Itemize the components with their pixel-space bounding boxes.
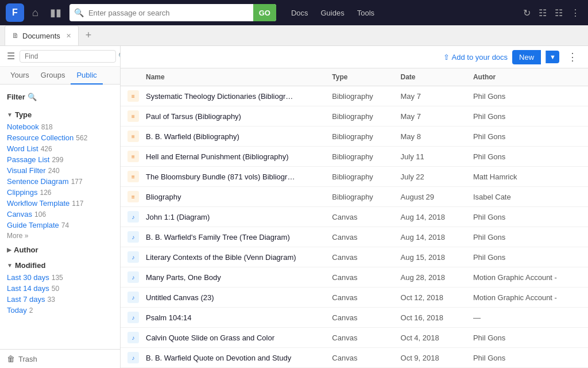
refresh-icon[interactable]: ↻: [521, 5, 533, 21]
filter-search-icon[interactable]: 🔍: [28, 93, 37, 101]
row-icon-cell: ♪: [121, 328, 139, 348]
sidebar-menu-icon[interactable]: ☰: [5, 49, 17, 63]
guides-link[interactable]: Guides: [315, 6, 350, 20]
docs-link[interactable]: Docs: [285, 6, 314, 20]
doc-type-icon: ♪: [127, 292, 139, 303]
table-row[interactable]: ≡ Systematic Theology Dictionaries (Bibl…: [121, 86, 588, 106]
table-row[interactable]: ≡ Hell and Eternal Punishment (Bibliogra…: [121, 147, 588, 167]
sidebar-item-last7[interactable]: Last 7 days 33: [0, 294, 120, 305]
doc-name[interactable]: B. B. Warfield (Bibliography): [139, 126, 325, 147]
grid-icon[interactable]: ☷: [536, 5, 549, 21]
sidebar-item-visual-filter[interactable]: Visual Filter 240: [0, 165, 120, 176]
share-icon[interactable]: ☷: [552, 5, 565, 21]
doc-type: Canvas: [325, 207, 393, 227]
table-row[interactable]: ♪ John 1:1 (Diagram) Canvas Aug 14, 2018…: [121, 207, 588, 227]
tab-close-button[interactable]: ✕: [66, 32, 71, 40]
doc-author: Motion Graphic Account -: [466, 288, 588, 308]
sidebar-item-guide-template[interactable]: Guide Template 74: [0, 220, 120, 231]
doc-name[interactable]: Psalm 104:14: [139, 308, 325, 328]
new-button[interactable]: New: [512, 50, 541, 64]
doc-date: Oct 4, 2018: [394, 328, 466, 348]
table-row[interactable]: ≡ B. B. Warfield (Bibliography) Bibliogr…: [121, 126, 588, 147]
app-logo[interactable]: F: [6, 3, 24, 22]
new-dropdown-button[interactable]: ▼: [546, 51, 559, 63]
add-to-docs-button[interactable]: ⇧ Add to your docs: [443, 53, 508, 62]
doc-name[interactable]: The Bloomsbury Bundle (871 vols) Bibliog…: [139, 167, 325, 187]
sidebar-item-word-list[interactable]: Word List 426: [0, 143, 120, 154]
doc-type: Bibliography: [325, 106, 393, 126]
sidebar-item-last30[interactable]: Last 30 days 135: [0, 272, 120, 283]
doc-name[interactable]: John 1:1 (Diagram): [139, 207, 325, 227]
sidebar-toolbar: ☰ 🔍: [0, 46, 120, 67]
doc-name[interactable]: Systematic Theology Dictionaries (Biblio…: [139, 86, 325, 106]
documents-tab[interactable]: 🗎 Documents ✕: [5, 25, 79, 45]
doc-author: Phil Gons: [466, 126, 588, 147]
doc-name[interactable]: Bliography: [139, 187, 325, 207]
home-icon[interactable]: ⌂: [29, 5, 42, 21]
sidebar-item-last14[interactable]: Last 14 days 50: [0, 283, 120, 294]
table-row[interactable]: ♪ Untitled Canvas (23) Canvas Oct 12, 20…: [121, 288, 588, 308]
upload-icon: ⇧: [443, 53, 450, 62]
col-author[interactable]: Author: [466, 68, 588, 86]
doc-name[interactable]: B. B. Warfield's Family Tree (Tree Diagr…: [139, 227, 325, 247]
library-icon[interactable]: ▮▮: [47, 4, 65, 21]
doc-name[interactable]: Paul of Tarsus (Bibliography): [139, 106, 325, 126]
table-row[interactable]: ♪ Many Parts, One Body Canvas Aug 28, 20…: [121, 267, 588, 288]
tab-label: Documents: [22, 32, 60, 40]
sidebar-item-resource-collection[interactable]: Resource Collection 562: [0, 132, 120, 143]
doc-date: Aug 28, 2018: [394, 267, 466, 288]
sidebar-item-sentence-diagram[interactable]: Sentence Diagram 177: [0, 176, 120, 187]
doc-name[interactable]: Hell and Eternal Punishment (Bibliograph…: [139, 147, 325, 167]
author-section-header[interactable]: ▶ Author: [0, 243, 120, 256]
table-row[interactable]: ≡ Paul of Tarsus (Bibliography) Bibliogr…: [121, 106, 588, 126]
doc-author: Phil Gons: [466, 86, 588, 106]
table-row[interactable]: ♪ Calvin Quote Slide on Grass and Color …: [121, 328, 588, 348]
table-row[interactable]: ≡ The Bloomsbury Bundle (871 vols) Bibli…: [121, 167, 588, 187]
doc-name[interactable]: Many Parts, One Body: [139, 267, 325, 288]
table-row[interactable]: ♪ B. B. Warfield's Family Tree (Tree Dia…: [121, 227, 588, 247]
sidebar-search-input[interactable]: [20, 50, 116, 63]
yours-tab[interactable]: Yours: [5, 67, 35, 85]
col-type[interactable]: Type: [325, 68, 393, 86]
row-icon-cell: ≡: [121, 167, 139, 187]
type-section-header[interactable]: ▼ Type: [0, 108, 120, 121]
sidebar-item-notebook[interactable]: Notebook 818: [0, 121, 120, 132]
sidebar-item-today[interactable]: Today 2: [0, 305, 120, 316]
groups-tab[interactable]: Groups: [35, 67, 71, 85]
doc-name[interactable]: Calvin Quote Slide on Grass and Color: [139, 328, 325, 348]
doc-type: Canvas: [325, 247, 393, 267]
doc-type: Bibliography: [325, 167, 393, 187]
documents-table: Name Type Date Author ≡ Systematic Theol…: [121, 68, 588, 368]
table-row[interactable]: ♪ B. B. Warfield Quote on Devotion and S…: [121, 348, 588, 368]
author-caret: ▶: [7, 247, 11, 253]
tools-link[interactable]: Tools: [351, 6, 380, 20]
doc-type: Bibliography: [325, 126, 393, 147]
add-tab-button[interactable]: +: [82, 28, 95, 43]
sidebar-item-canvas[interactable]: Canvas 106: [0, 209, 120, 220]
sidebar: ☰ 🔍 Yours Groups Public Filter 🔍 ▼ Type: [0, 46, 121, 368]
doc-name[interactable]: B. B. Warfield Quote on Devotion and Stu…: [139, 348, 325, 368]
doc-type: Canvas: [325, 288, 393, 308]
more-options-button[interactable]: ⋮: [564, 49, 581, 64]
trash-section[interactable]: 🗑 Trash: [0, 349, 120, 368]
col-date[interactable]: Date: [394, 68, 466, 86]
sidebar-item-passage-list[interactable]: Passage List 299: [0, 154, 120, 165]
col-name[interactable]: Name: [139, 68, 325, 86]
go-button[interactable]: GO: [253, 4, 276, 21]
sidebar-item-workflow-template[interactable]: Workflow Template 117: [0, 198, 120, 209]
search-input[interactable]: [88, 4, 253, 21]
public-tab[interactable]: Public: [71, 67, 102, 85]
doc-type: Canvas: [325, 267, 393, 288]
table-row[interactable]: ♪ Psalm 104:14 Canvas Oct 16, 2018 —: [121, 308, 588, 328]
more-types-link[interactable]: More »: [0, 231, 120, 241]
modified-section-header[interactable]: ▼ Modified: [0, 259, 120, 272]
doc-date: Aug 14, 2018: [394, 207, 466, 227]
doc-name[interactable]: Untitled Canvas (23): [139, 288, 325, 308]
filter-title[interactable]: Filter 🔍: [7, 93, 113, 101]
table-row[interactable]: ♪ Literary Contexts of the Bible (Venn D…: [121, 247, 588, 267]
table-row[interactable]: ≡ Bliography Bibliography August 29 Isab…: [121, 187, 588, 207]
more-nav-icon[interactable]: ⋮: [568, 5, 582, 21]
doc-name[interactable]: Literary Contexts of the Bible (Venn Dia…: [139, 247, 325, 267]
sidebar-item-clippings[interactable]: Clippings 126: [0, 187, 120, 198]
top-nav: F ⌂ ▮▮ 🔍 GO Docs Guides Tools ↻ ☷ ☷ ⋮: [0, 0, 588, 25]
